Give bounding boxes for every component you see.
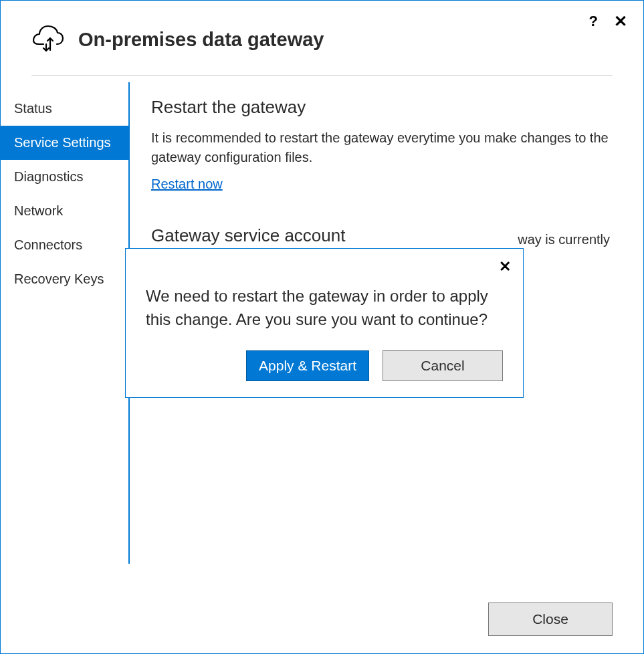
- page-title: On-premises data gateway: [78, 29, 324, 51]
- sidebar-item-diagnostics[interactable]: Diagnostics: [1, 160, 128, 194]
- restart-section-title: Restart the gateway: [151, 97, 610, 118]
- sidebar-item-service-settings[interactable]: Service Settings: [1, 126, 128, 160]
- dialog-message: We need to restart the gateway in order …: [146, 285, 503, 332]
- cloud-gateway-icon: [31, 24, 65, 55]
- restart-section-desc: It is recommended to restart the gateway…: [151, 128, 610, 167]
- sidebar-item-status[interactable]: Status: [1, 92, 128, 126]
- window-footer: Close: [488, 603, 613, 636]
- sidebar-item-connectors[interactable]: Connectors: [1, 228, 128, 262]
- gateway-window: ? ✕ On-premises data gateway Status Serv…: [0, 0, 644, 654]
- dialog-close-icon[interactable]: ✕: [499, 258, 511, 276]
- close-button[interactable]: Close: [488, 603, 613, 636]
- confirm-restart-dialog: ✕ We need to restart the gateway in orde…: [125, 248, 524, 398]
- header-divider: [31, 75, 613, 76]
- help-icon[interactable]: ?: [589, 13, 598, 30]
- apply-restart-button[interactable]: Apply & Restart: [246, 350, 369, 381]
- restart-now-link[interactable]: Restart now: [151, 177, 223, 192]
- window-header: On-premises data gateway: [1, 1, 643, 55]
- dialog-button-row: Apply & Restart Cancel: [146, 350, 503, 381]
- account-section-partial-text: way is currently: [518, 232, 610, 247]
- window-close-icon[interactable]: ✕: [614, 13, 627, 29]
- sidebar-item-network[interactable]: Network: [1, 194, 128, 228]
- cancel-button[interactable]: Cancel: [383, 350, 503, 381]
- sidebar-item-recovery-keys[interactable]: Recovery Keys: [1, 262, 128, 296]
- sidebar: Status Service Settings Diagnostics Netw…: [1, 82, 130, 564]
- titlebar-controls: ? ✕: [589, 13, 627, 30]
